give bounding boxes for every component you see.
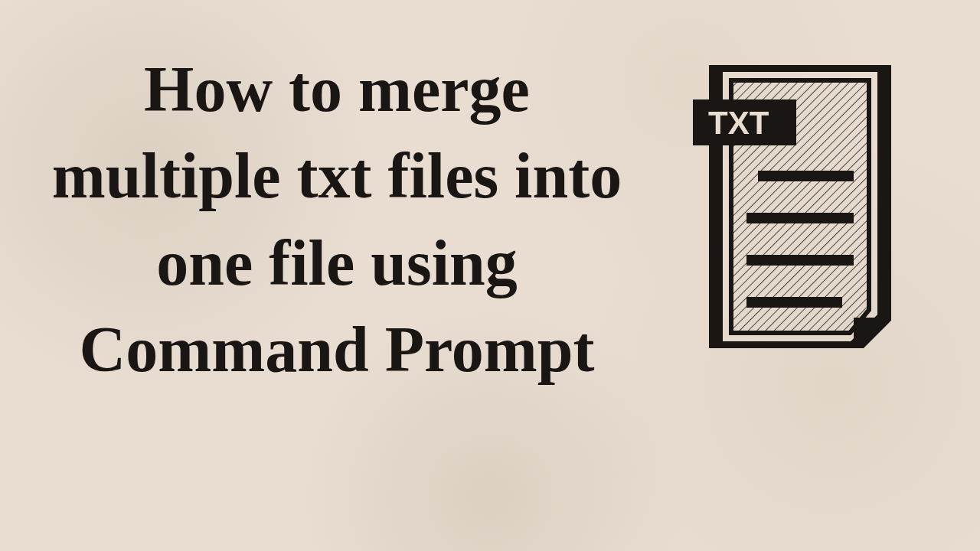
svg-text:TXT: TXT	[708, 105, 769, 141]
document-icon: TXT	[693, 65, 907, 348]
txt-file-icon: TXT	[693, 65, 907, 351]
main-container: How to merge multiple txt files into one…	[0, 0, 980, 551]
page-title: How to merge multiple txt files into one…	[46, 46, 628, 393]
